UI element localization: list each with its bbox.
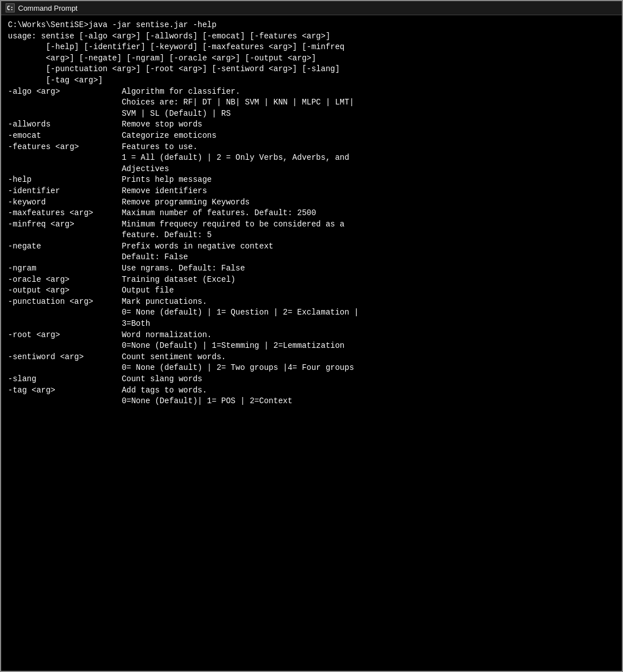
terminal-line: [-tag <arg>] xyxy=(8,75,615,86)
terminal-line: 0= None (default) | 2= Two groups |4= Fo… xyxy=(8,363,615,374)
terminal-line: Default: False xyxy=(8,252,615,263)
terminal-line: 1 = All (default) | 2 = Only Verbs, Adve… xyxy=(8,152,615,164)
terminal-line: [-punctuation <arg>] [-root <arg>] [-sen… xyxy=(8,64,615,75)
terminal-line: -sentiword <arg> Count sentiment words. xyxy=(8,352,615,363)
terminal-line: -maxfeatures <arg> Maximum number of fea… xyxy=(8,208,615,219)
terminal-line: -algo <arg> Algorithm for classifier. xyxy=(8,86,615,98)
terminal-line: -identifier Remove identifiers xyxy=(8,186,615,197)
terminal-line: Choices are: RF| DT | NB| SVM | KNN | ML… xyxy=(8,97,615,108)
terminal-line: -keyword Remove programming Keywords xyxy=(8,197,615,208)
terminal-line: [-help] [-identifier] [-keyword] [-maxfe… xyxy=(8,42,615,53)
terminal-line: -tag <arg> Add tags to words. xyxy=(8,385,615,396)
terminal-line: -emocat Categorize emoticons xyxy=(8,130,615,142)
title-bar: C: Command Prompt xyxy=(1,1,622,15)
terminal-line: feature. Default: 5 xyxy=(8,230,615,241)
terminal-line: 0= None (default) | 1= Question | 2= Exc… xyxy=(8,307,615,318)
terminal-line: 0=None (Default)| 1= POS | 2=Context xyxy=(8,396,615,407)
terminal-line: 3=Both xyxy=(8,318,615,330)
terminal-line: -help Prints help message xyxy=(8,174,615,186)
window-title: Command Prompt xyxy=(18,4,77,12)
terminal-line: Adjectives xyxy=(8,164,615,175)
terminal-content[interactable]: C:\Works\SentiSE>java -jar sentise.jar -… xyxy=(1,15,622,412)
terminal-line: SVM | SL (Default) | RS xyxy=(8,108,615,120)
terminal-line: 0=None (Default) | 1=Stemming | 2=Lemmat… xyxy=(8,341,615,352)
terminal-line: -ngram Use ngrams. Default: False xyxy=(8,263,615,274)
terminal-line: -negate Prefix words in negative context xyxy=(8,241,615,252)
terminal-line: -root <arg> Word normalization. xyxy=(8,330,615,341)
window-icon: C: xyxy=(6,3,15,12)
terminal-line: -output <arg> Output file xyxy=(8,285,615,296)
terminal-line: -features <arg> Features to use. xyxy=(8,142,615,153)
terminal-line: <arg>] [-negate] [-ngram] [-oracle <arg>… xyxy=(8,53,615,64)
terminal-line: C:\Works\SentiSE>java -jar sentise.jar -… xyxy=(8,20,615,31)
terminal-line: -slang Count slang words xyxy=(8,374,615,385)
terminal-line: -allwords Remove stop words xyxy=(8,119,615,130)
terminal-line: usage: sentise [-algo <arg>] [-allwords]… xyxy=(8,31,615,42)
terminal-line: -punctuation <arg> Mark punctuations. xyxy=(8,296,615,308)
terminal-line: -minfreq <arg> Minimum frequecy required… xyxy=(8,219,615,230)
command-prompt-window: C: Command Prompt C:\Works\SentiSE>java … xyxy=(0,0,623,672)
terminal-line: -oracle <arg> Training dataset (Excel) xyxy=(8,274,615,286)
